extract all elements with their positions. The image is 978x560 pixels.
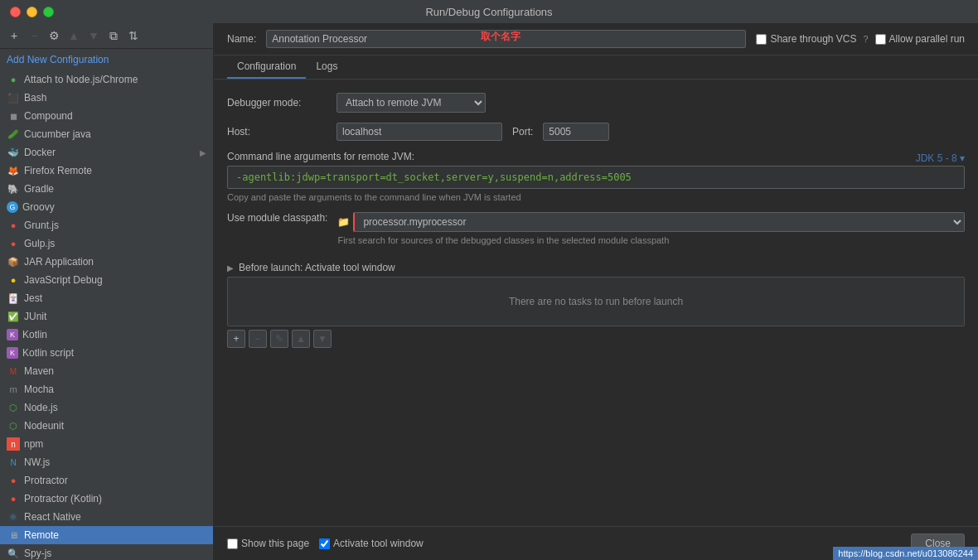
sort-button[interactable]: ⇅ [124, 27, 143, 45]
minimize-button[interactable] [27, 7, 37, 17]
module-classpath-row: Use module classpath: 📁 processor.myproc… [227, 212, 965, 245]
name-label: Name: [227, 33, 256, 45]
add-config-button[interactable]: + [5, 27, 23, 45]
close-button[interactable] [10, 7, 21, 17]
sidebar-item-nodejs[interactable]: ⬡ Node.js [0, 398, 213, 417]
show-page-checkbox[interactable] [227, 538, 238, 549]
sidebar-item-label: Cucumber java [24, 128, 206, 140]
no-tasks-text: There are no tasks to run before launch [509, 296, 683, 307]
before-launch-down-button[interactable]: ▼ [313, 330, 332, 348]
nodejs-icon: ⬡ [7, 401, 20, 414]
cmd-args-label: Command line arguments for remote JVM: [227, 151, 414, 162]
mocha-icon: m [7, 383, 20, 396]
protractor-icon: ● [7, 474, 20, 487]
sidebar-item-gulp-js[interactable]: ● Gulp.js [0, 234, 213, 253]
module-select-wrapper: 📁 processor.myprocessor [337, 212, 965, 232]
share-vcs-checkbox[interactable] [756, 34, 767, 45]
remote-icon: 🖥 [7, 529, 20, 542]
debugger-mode-select[interactable]: Attach to remote JVM Listen to remote JV… [336, 93, 486, 113]
before-launch-edit-button[interactable]: ✎ [270, 330, 288, 348]
sidebar-item-jar-application[interactable]: 📦 JAR Application [0, 253, 213, 271]
cmd-box: -agentlib:jdwp=transport=dt_socket,serve… [227, 166, 965, 189]
port-input[interactable] [543, 123, 609, 141]
sidebar-item-spy-js[interactable]: 🔍 Spy-js [0, 544, 213, 560]
sidebar-item-label: Kotlin script [22, 347, 206, 359]
allow-parallel-checkbox-label[interactable]: Allow parallel run [875, 33, 965, 45]
host-label: Host: [227, 126, 327, 138]
sidebar-item-label: Nodeunit [24, 420, 206, 432]
module-classpath-label: Use module classpath: [227, 212, 327, 224]
sidebar-item-label: Bash [24, 92, 206, 104]
sidebar-item-label: Maven [24, 365, 206, 377]
maximize-button[interactable] [43, 7, 54, 17]
maven-icon: M [7, 364, 20, 378]
sidebar-toolbar: + − ⚙ ▲ ▼ ⧉ ⇅ [0, 23, 213, 49]
sidebar-item-junit[interactable]: ✅ JUnit [0, 307, 213, 326]
sidebar-item-label: Attach to Node.js/Chrome [24, 74, 206, 85]
gear-button[interactable]: ⚙ [45, 27, 63, 45]
sidebar-item-bash[interactable]: ⬛ Bash [0, 89, 213, 107]
before-launch-arrow-icon: ▶ [227, 263, 234, 273]
sidebar-item-mocha[interactable]: m Mocha [0, 380, 213, 398]
sidebar-item-npm[interactable]: n npm [0, 435, 213, 453]
sidebar-item-label: Jest [24, 292, 206, 304]
sidebar-item-label: Protractor (Kotlin) [24, 493, 206, 504]
activate-window-checkbox[interactable] [319, 538, 330, 549]
sidebar-item-docker[interactable]: 🐳 Docker ▶ [0, 143, 213, 162]
sidebar-item-nodeunit[interactable]: ⬡ Nodeunit [0, 417, 213, 435]
cucumber-icon: 🥒 [7, 128, 20, 141]
sidebar-item-jest[interactable]: 🃏 Jest [0, 289, 213, 307]
junit-icon: ✅ [7, 310, 20, 323]
sidebar-item-cucumber-java[interactable]: 🥒 Cucumber java [0, 125, 213, 143]
protractor-kotlin-icon: ● [7, 492, 20, 505]
before-launch-header[interactable]: ▶ Before launch: Activate tool window [227, 255, 965, 277]
jdk-link[interactable]: JDK 5 - 8 ▾ [916, 152, 965, 164]
sidebar-item-nw-js[interactable]: N NW.js [0, 453, 213, 471]
before-launch-up-button[interactable]: ▲ [292, 330, 310, 348]
activate-window-label: Activate tool window [333, 538, 424, 549]
sidebar-item-protractor[interactable]: ● Protractor [0, 471, 213, 490]
port-label: Port: [512, 126, 533, 138]
before-launch-add-button[interactable]: + [227, 330, 245, 348]
sidebar-item-kotlin[interactable]: K Kotlin [0, 326, 213, 344]
main-container: + − ⚙ ▲ ▼ ⧉ ⇅ Add New Configuration ● At… [0, 23, 978, 560]
groovy-icon: G [7, 201, 18, 213]
sidebar-item-label: Groovy [22, 201, 206, 213]
sidebar-item-label: Docker [24, 147, 196, 158]
copy-button[interactable]: ⧉ [104, 27, 123, 45]
sidebar-item-firefox-remote[interactable]: 🦊 Firefox Remote [0, 162, 213, 180]
sidebar-item-label: Remote [24, 529, 206, 541]
sidebar-item-attach-nodejs[interactable]: ● Attach to Node.js/Chrome [0, 70, 213, 89]
host-port-row: Host: Port: [227, 123, 965, 141]
sidebar-item-javascript-debug[interactable]: ● JavaScript Debug [0, 271, 213, 289]
sidebar-item-kotlin-script[interactable]: K Kotlin script [0, 344, 213, 362]
sidebar-item-compound[interactable]: ◼ Compound [0, 107, 213, 125]
sidebar-list: ● Attach to Node.js/Chrome ⬛ Bash ◼ Comp… [0, 70, 213, 560]
tab-configuration[interactable]: Configuration [227, 56, 306, 79]
allow-parallel-checkbox[interactable] [875, 34, 886, 45]
move-up-button[interactable]: ▲ [65, 27, 83, 45]
sidebar-item-grunt-js[interactable]: ● Grunt.js [0, 216, 213, 234]
sidebar-item-groovy[interactable]: G Groovy [0, 198, 213, 216]
host-input[interactable] [336, 123, 502, 141]
before-launch-remove-button[interactable]: − [249, 330, 267, 348]
sidebar-item-remote[interactable]: 🖥 Remote [0, 526, 213, 544]
activate-window-checkbox-label[interactable]: Activate tool window [319, 538, 424, 549]
sidebar-item-maven[interactable]: M Maven [0, 362, 213, 380]
share-vcs-checkbox-label[interactable]: Share through VCS [756, 33, 856, 45]
tab-logs[interactable]: Logs [306, 56, 347, 79]
js-debug-icon: ● [7, 273, 20, 287]
move-down-button[interactable]: ▼ [85, 27, 103, 45]
spy-js-icon: 🔍 [7, 547, 20, 560]
sidebar-item-label: npm [24, 438, 206, 450]
debugger-mode-label: Debugger mode: [227, 97, 327, 109]
sidebar-item-protractor-kotlin[interactable]: ● Protractor (Kotlin) [0, 490, 213, 508]
share-vcs-label: Share through VCS [770, 33, 856, 45]
sidebar-item-gradle[interactable]: 🐘 Gradle [0, 180, 213, 198]
remove-config-button[interactable]: − [25, 27, 43, 45]
sidebar-item-label: Gradle [24, 183, 206, 195]
show-page-checkbox-label[interactable]: Show this page [227, 538, 309, 549]
sidebar-item-react-native[interactable]: ⚛ React Native [0, 508, 213, 526]
gulp-icon: ● [7, 237, 20, 250]
module-classpath-select[interactable]: processor.myprocessor [353, 212, 965, 232]
